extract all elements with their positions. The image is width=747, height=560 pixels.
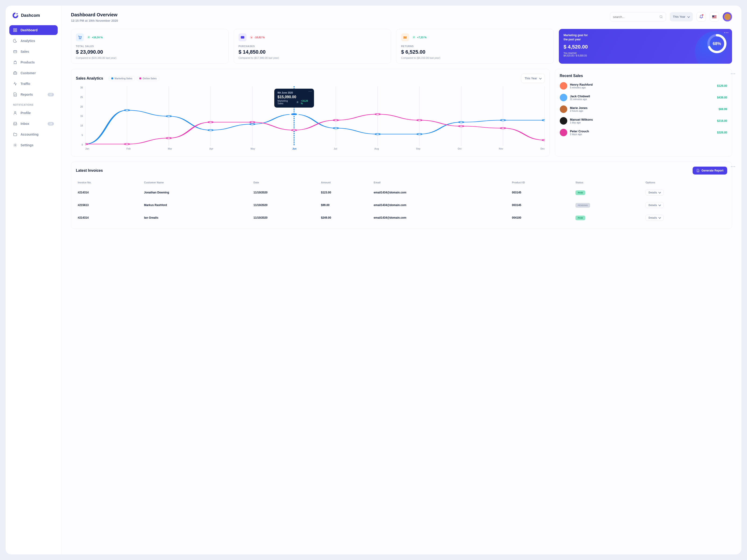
legend-swatch [111, 77, 113, 79]
sidebar-item-settings[interactable]: Settings [9, 140, 58, 150]
chart-legend-item[interactable]: Online Sales [137, 76, 159, 81]
table-header: Date [252, 179, 319, 186]
sale-amount: $69.99 [719, 108, 727, 111]
sidebar-item-label: Dashboard [21, 28, 37, 32]
details-button[interactable]: Details [645, 215, 664, 221]
sidebar-item-dashboard[interactable]: Dashboard [9, 25, 58, 35]
analytics-title: Sales Analytics [76, 76, 103, 80]
nav-section-label: NOTIFICATIONS [9, 99, 58, 108]
sidebar-item-accounting[interactable]: Accounting [9, 130, 58, 139]
svg-point-45 [542, 119, 545, 121]
table-row: #215613 Markus Rashford 11/10/2020 $99.0… [76, 199, 727, 211]
sidebar-item-sales[interactable]: Sales [9, 47, 58, 56]
notifications-button[interactable] [697, 12, 706, 22]
svg-point-56 [501, 127, 506, 129]
chart-period-label: This Year [524, 77, 537, 80]
stat-delta: +7,33 % [412, 36, 427, 39]
sale-amount: $218.00 [717, 119, 727, 123]
details-button[interactable]: Details [645, 202, 664, 208]
goal-title: Marketing goal forthe past year [564, 33, 703, 42]
tooltip-value: $15,090.00 [278, 95, 311, 99]
svg-point-38 [250, 124, 255, 125]
search-icon [659, 15, 663, 19]
invoice-date: 11/10/2020 [252, 199, 319, 211]
sale-time: 1 day ago [570, 121, 714, 124]
status-badge: PAID [575, 190, 585, 195]
recent-sales-title: Recent Sales [560, 74, 727, 78]
customer-name: Ian Grealis [142, 211, 252, 224]
x-tick: Oct [458, 148, 462, 152]
card-icon [238, 33, 247, 41]
sidebar-item-label: Accounting [21, 133, 38, 136]
cart-icon [76, 33, 84, 41]
sale-time: 2 hours ago [570, 110, 716, 112]
wallet-icon [13, 50, 17, 54]
invoice-amount: $123.00 [319, 186, 372, 199]
nav-badge: 17 [48, 93, 54, 96]
x-tick: Jun [292, 148, 297, 152]
details-button[interactable]: Details [645, 189, 664, 195]
invoice-email: email1434@domain.com [372, 211, 510, 224]
locale-button[interactable] [710, 12, 719, 22]
sidebar-item-reports[interactable]: Reports17 [9, 89, 58, 99]
more-icon[interactable] [731, 166, 735, 167]
period-selector[interactable]: This Year [670, 12, 693, 22]
avatar [560, 82, 567, 89]
sidebar-item-label: Reports [21, 92, 33, 96]
file-icon [13, 92, 17, 97]
sidebar-item-analytics[interactable]: Analytics [9, 36, 58, 46]
chart-period-selector[interactable]: This Year [521, 74, 545, 83]
more-icon[interactable] [731, 73, 735, 74]
sidebar-item-label: Inbox [21, 122, 29, 126]
stat-value: $ 23,090.00 [76, 49, 224, 55]
sidebar-item-profile[interactable]: Profile [9, 108, 58, 118]
user-avatar[interactable] [723, 12, 732, 22]
stat-label: PURCHASES [238, 45, 386, 48]
table-header: Amount [319, 179, 372, 186]
gear-icon [13, 143, 17, 147]
bag-icon [13, 60, 17, 64]
tooltip-delta: +16,24 % [301, 100, 310, 105]
recent-sale-item[interactable]: Manuel Wilkons1 day ago $218.00 [560, 117, 727, 125]
svg-point-36 [166, 115, 171, 117]
goal-reached-label: You reached [564, 52, 703, 54]
invoices-title: Latest Invoices [76, 168, 103, 173]
status-badge: PENDING [575, 203, 590, 208]
recent-sale-item[interactable]: Henry Rashford5 minutes ago $129.00 [560, 82, 727, 89]
stat-compare: Compared to ($19,340.00 last year) [76, 56, 224, 59]
recent-sale-item[interactable]: Peter Crouch2 days ago $326.00 [560, 129, 727, 136]
recent-sale-item[interactable]: Jack Chidwell31 minutes ago $439.00 [560, 94, 727, 101]
chart-legend-item[interactable]: Marketing Sales [109, 76, 135, 81]
sale-name: Marie Jones [570, 106, 716, 110]
sidebar-item-inbox[interactable]: Inbox14 [9, 119, 58, 129]
svg-rect-4 [16, 31, 17, 32]
svg-point-51 [292, 130, 297, 131]
svg-point-40 [334, 127, 338, 129]
stat-delta: +16,24 % [87, 36, 103, 39]
sale-time: 31 minutes ago [570, 98, 714, 101]
recent-sale-item[interactable]: Marie Jones2 hours ago $69.99 [560, 105, 727, 113]
sidebar-item-traffic[interactable]: Traffic [9, 79, 58, 89]
chevron-down-icon [659, 191, 661, 193]
nav-badge: 14 [48, 122, 54, 126]
svg-point-8 [15, 145, 16, 146]
search-input[interactable] [613, 15, 659, 19]
table-header: Product ID [510, 179, 573, 186]
sidebar-item-customer[interactable]: Customer [9, 68, 58, 78]
search-box[interactable] [610, 12, 666, 22]
arrow-up-icon [87, 36, 91, 39]
svg-rect-2 [16, 28, 17, 30]
x-tick: Mar [168, 148, 172, 152]
table-row: #214314 Jonathan Downing 11/10/2020 $123… [76, 186, 727, 199]
sidebar-item-label: Profile [21, 111, 31, 115]
legend-label: Marketing Sales [114, 77, 132, 80]
generate-report-button[interactable]: Generate Report [693, 167, 727, 175]
grid-icon [13, 28, 17, 32]
brand-logo[interactable]: Dashcom [9, 12, 58, 25]
invoice-email: email1434@domain.com [372, 186, 510, 199]
goal-progress-ring: 68% [706, 33, 727, 54]
sidebar-item-products[interactable]: Products [9, 57, 58, 67]
latest-invoices-card: Latest Invoices Generate Report Invoice … [71, 162, 732, 229]
stat-compare: Compared to ($17,980.00 last year) [238, 56, 386, 59]
status-badge: PAID [575, 216, 585, 220]
